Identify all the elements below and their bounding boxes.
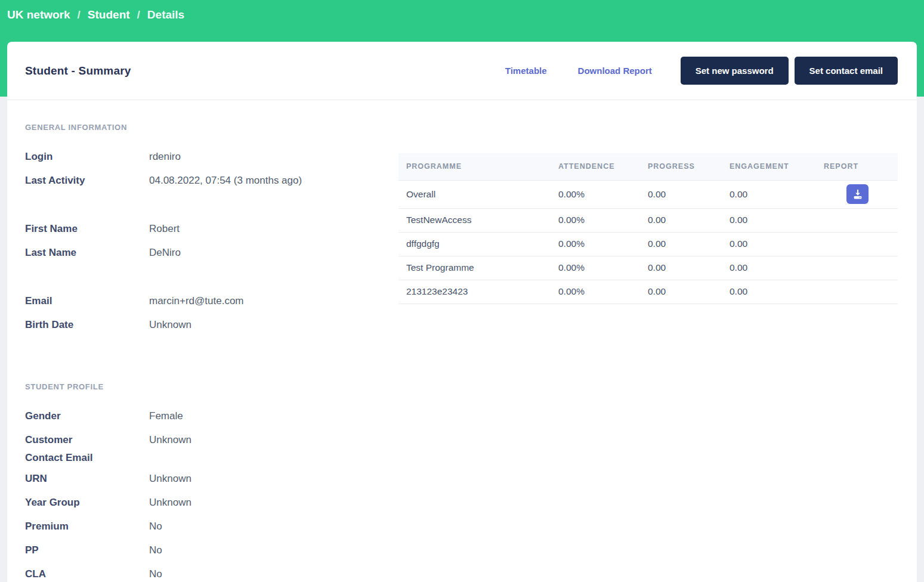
progress-cell: 0.00: [648, 280, 730, 304]
urn-value: Unknown: [149, 467, 191, 488]
progress-cell: 0.00: [648, 232, 730, 256]
field-group-contact: Email marcin+rd@tute.com Birth Date Unkn…: [25, 289, 398, 337]
table-row: TestNewAccess 0.00% 0.00 0.00: [398, 208, 898, 232]
last-name-value: DeNiro: [149, 241, 181, 262]
birth-date-value: Unknown: [149, 313, 191, 334]
field-row-pp: PP No: [25, 538, 398, 562]
first-name-label: First Name: [25, 217, 149, 238]
report-cell: [824, 280, 898, 304]
field-row-customer-contact-email: Customer Contact Email Unknown: [25, 428, 398, 467]
premium-value: No: [149, 515, 162, 535]
login-label: Login: [25, 145, 149, 166]
table-row: Test Programme 0.00% 0.00 0.00: [398, 256, 898, 280]
pp-label: PP: [25, 538, 149, 559]
card-header: Student - Summary Timetable Download Rep…: [7, 42, 917, 100]
gender-value: Female: [149, 404, 183, 425]
customer-contact-email-value: Unknown: [149, 428, 191, 449]
field-row-urn: URN Unknown: [25, 467, 398, 491]
first-name-value: Robert: [149, 217, 180, 238]
table-row: dffgdgfg 0.00% 0.00 0.00: [398, 232, 898, 256]
field-row-gender: Gender Female: [25, 404, 398, 428]
column-header-report: REPORT: [824, 153, 898, 180]
set-contact-email-button[interactable]: Set contact email: [795, 57, 898, 85]
download-report-link[interactable]: Download Report: [578, 66, 652, 76]
report-cell: [824, 256, 898, 280]
field-row-email: Email marcin+rd@tute.com: [25, 289, 398, 313]
premium-label: Premium: [25, 515, 149, 535]
field-row-last-activity: Last Activity 04.08.2022, 07:54 (3 month…: [25, 169, 398, 193]
last-activity-value: 04.08.2022, 07:54 (3 months ago): [149, 169, 302, 190]
download-icon: [852, 189, 863, 199]
attendence-cell: 0.00%: [558, 180, 648, 208]
attendence-cell: 0.00%: [558, 208, 648, 232]
field-group-login: Login rdeniro Last Activity 04.08.2022, …: [25, 145, 398, 193]
programme-cell: 213123e23423: [398, 280, 558, 304]
column-header-engagement: ENGAGEMENT: [730, 153, 824, 180]
programmes-table-header-row: PROGRAMME ATTENDENCE PROGRESS ENGAGEMENT…: [398, 153, 898, 180]
page-title: Student - Summary: [25, 64, 131, 78]
student-summary-card: Student - Summary Timetable Download Rep…: [7, 42, 917, 582]
header-actions: Timetable Download Report Set new passwo…: [505, 57, 898, 85]
student-profile-heading: STUDENT PROFILE: [25, 382, 398, 391]
engagement-cell: 0.00: [730, 180, 824, 208]
breadcrumb: UK network / Student / Details: [0, 0, 184, 30]
year-group-value: Unknown: [149, 491, 191, 512]
column-header-progress: PROGRESS: [648, 153, 730, 180]
field-row-year-group: Year Group Unknown: [25, 491, 398, 515]
report-cell: [824, 180, 898, 208]
urn-label: URN: [25, 467, 149, 488]
login-value: rdeniro: [149, 145, 181, 166]
breadcrumb-separator: /: [137, 8, 140, 21]
table-row-overall: Overall 0.00% 0.00 0.00: [398, 180, 898, 208]
engagement-cell: 0.00: [730, 256, 824, 280]
programme-cell: dffgdgfg: [398, 232, 558, 256]
field-row-login: Login rdeniro: [25, 145, 398, 169]
breadcrumb-student[interactable]: Student: [88, 8, 130, 21]
progress-cell: 0.00: [648, 208, 730, 232]
card-body: GENERAL INFORMATION Login rdeniro Last A…: [7, 100, 917, 582]
field-row-first-name: First Name Robert: [25, 217, 398, 241]
progress-cell: 0.00: [648, 180, 730, 208]
attendence-cell: 0.00%: [558, 256, 648, 280]
engagement-cell: 0.00: [730, 280, 824, 304]
programme-cell: Test Programme: [398, 256, 558, 280]
engagement-cell: 0.00: [730, 232, 824, 256]
last-name-label: Last Name: [25, 241, 149, 262]
email-label: Email: [25, 289, 149, 310]
breadcrumb-details: Details: [147, 8, 184, 21]
timetable-link[interactable]: Timetable: [505, 66, 547, 76]
download-report-button[interactable]: [846, 184, 869, 204]
programmes-column: PROGRAMME ATTENDENCE PROGRESS ENGAGEMENT…: [398, 100, 898, 304]
customer-contact-email-label: Customer Contact Email: [25, 428, 149, 467]
details-column: GENERAL INFORMATION Login rdeniro Last A…: [25, 100, 398, 582]
report-cell: [824, 208, 898, 232]
last-activity-label: Last Activity: [25, 169, 149, 190]
programme-cell: TestNewAccess: [398, 208, 558, 232]
column-header-programme: PROGRAMME: [398, 153, 558, 180]
pp-value: No: [149, 538, 162, 559]
birth-date-label: Birth Date: [25, 313, 149, 334]
programme-cell: Overall: [398, 180, 558, 208]
set-new-password-button[interactable]: Set new password: [681, 57, 789, 85]
year-group-label: Year Group: [25, 491, 149, 512]
field-row-last-name: Last Name DeNiro: [25, 241, 398, 265]
breadcrumb-uk-network[interactable]: UK network: [7, 8, 70, 21]
table-row: 213123e23423 0.00% 0.00 0.00: [398, 280, 898, 304]
progress-cell: 0.00: [648, 256, 730, 280]
column-header-attendence: ATTENDENCE: [558, 153, 648, 180]
email-value: marcin+rd@tute.com: [149, 289, 244, 310]
field-group-name: First Name Robert Last Name DeNiro: [25, 217, 398, 265]
field-row-cla: CLA No: [25, 562, 398, 582]
attendence-cell: 0.00%: [558, 280, 648, 304]
report-cell: [824, 232, 898, 256]
attendence-cell: 0.00%: [558, 232, 648, 256]
field-row-birth-date: Birth Date Unknown: [25, 313, 398, 337]
engagement-cell: 0.00: [730, 208, 824, 232]
general-information-heading: GENERAL INFORMATION: [25, 123, 398, 132]
programmes-table: PROGRAMME ATTENDENCE PROGRESS ENGAGEMENT…: [398, 153, 898, 304]
field-row-premium: Premium No: [25, 515, 398, 538]
cla-label: CLA: [25, 562, 149, 582]
breadcrumb-separator: /: [78, 8, 81, 21]
gender-label: Gender: [25, 404, 149, 425]
cla-value: No: [149, 562, 162, 582]
